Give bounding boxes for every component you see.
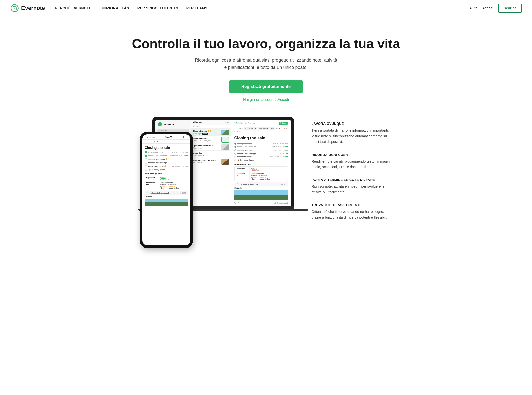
note-editor: Clients ⊙ Only you ⤴ Share ← [231,120,291,206]
redo-icon[interactable]: ↻ [151,140,153,143]
search-icon: 🔍 [158,130,161,132]
phone-note-title: Closing the sale [145,146,188,150]
device-mockup: J Jamie Gold 🔍 Search [140,117,296,253]
phone-outside-image [145,199,188,206]
feature-desc: Riunisci note, attività e impegni per sv… [312,184,392,195]
task-checkbox[interactable] [145,169,147,171]
sidebar-header: J Jamie Gold [157,121,189,127]
note-tab: Clients [234,122,243,124]
already-account-link[interactable]: Hai già un account? Accedi [5,97,527,102]
task-escrow: Open-escrow-account Due May 4, 4:30 PM [234,146,288,148]
phone-table-row-paperwork: Paperwork • Deed • Bill of sale [145,176,188,181]
date-group-label: JUL 2021 [191,125,231,129]
main-demo-section: J Jamie Gold 🔍 Search [89,117,443,273]
download-button[interactable]: Scarica [498,4,522,13]
phone-walk-through-table: Paperwork • Deed • Bill of sale Inspecti… [145,176,188,190]
nav-teams[interactable]: PER TEAMS [186,6,207,10]
phone-mockup: ‹ ■ Clients Yuki T. 👤 ⋯ ✓ ↺ ↻ ≡ ⊕ C [140,132,193,248]
note-item-escrow[interactable]: Open-escrow-account Prepared by [191,143,231,151]
user-avatar: J [158,122,162,126]
task-checkbox[interactable] [145,158,147,160]
hero-subtitle: Ricorda ogni cosa e affronta qualsiasi p… [5,57,527,71]
task-checkbox[interactable] [234,153,236,155]
feature-work-anywhere: LAVORA OVUNQUE Tieni a portata di mano l… [312,122,392,144]
phone-walk-through-label: Walk-through info [145,172,188,175]
hero-section: Controlla il tuo lavoro, organizza la tu… [0,16,532,117]
outside-label: Outside [234,187,288,189]
format-icon[interactable]: ≡ [154,140,155,143]
logo-link[interactable]: Evernote [10,4,45,13]
dot-icon [210,130,211,132]
phone-screen: ‹ ■ Clients Yuki T. 👤 ⋯ ✓ ↺ ↻ ≡ ⊕ C [142,134,190,245]
task-inspection: Schedule-inspection Due May 21, 2:30 PM [234,149,288,151]
status-dot [166,158,167,160]
task-checkbox[interactable] [145,155,147,157]
phone-actions: 👤 ⋯ [182,136,188,138]
note-list-header: All Notes ≡↕⊕ [191,120,231,125]
file-icon: 📄 [236,183,238,185]
phone-task-inspection: Schedule-inspection [145,158,188,160]
note-item-closing-sale[interactable]: Closing the sale 3 days ago · Yuki T. [191,129,231,136]
brand-name: Evernote [21,5,45,11]
feature-find-fast: TROVA TUTTO RAPIDAMENTE Ottieni ciò che … [312,203,392,220]
phone-topbar: ‹ ■ Clients Yuki T. 👤 ⋯ [142,134,190,140]
task-checkbox[interactable] [145,151,147,153]
help-link[interactable]: Aiuto [469,6,477,10]
note-thumbnail [221,159,229,165]
nav-why-evernote[interactable]: PERCHÉ EVERNOTE [55,6,91,10]
phone-outside-label: Outside [145,196,188,198]
status-dot [286,156,288,157]
check-icon[interactable]: ✓ [144,140,146,143]
status-dot [286,146,288,147]
share-icon: ⤴ [280,122,281,124]
task-walkthrough: One last walk-through| 🔔 ⚑ ● ⋯ [234,152,288,155]
feature-desc: Tieni a portata di mano le informazioni … [312,128,392,144]
feature-title: TROVA TUTTO RAPIDAMENTE [312,203,392,207]
note-item-renegotiate[interactable]: Renegotiate-offer Denner, Main Street, M… [191,136,231,143]
phone-toolbar: ✓ ↺ ↻ ≡ ⊕ [142,140,190,144]
login-link[interactable]: Accedi [482,6,493,10]
clients-tab: ■ Clients [147,136,155,138]
note-thumbnail [221,144,229,150]
task-renegotiate: Renegotiate-offer Due Apr 3, 5:30 PM [234,142,288,145]
task-checkbox[interactable] [234,146,236,148]
task-checkbox[interactable] [234,143,236,145]
signup-button[interactable]: Registrati gratuitamente [229,80,303,93]
nav-single-users[interactable]: PER SINGOLI UTENTI ▾ [137,6,178,10]
nav-actions: Aiuto Accedi Scarica [469,4,522,13]
task-checkbox[interactable] [234,156,236,158]
phone-task-finalize: Finalize bill of sale Due Jun 24, 5:30 P… [145,165,188,167]
task-checkbox[interactable] [234,159,236,161]
phone-task-dance: 😃 Do happy dance! [145,169,188,171]
more-options-icon[interactable]: ⋯ [186,136,188,138]
phone-task-renegotiate: Renegotiate offer Due Apr 3, 5:30 PM [145,151,188,153]
note-item-finalize[interactable]: Karin Weis. Repeat Buyer Will Close In..… [191,158,231,165]
section-walk-through: Walk-through info [234,163,288,165]
nav-links: PERCHÉ EVERNOTE FUNZIONALITÀ ▾ PER SINGO… [55,6,469,10]
task-checkbox[interactable] [145,165,147,167]
task-finalize: Finalize bill of sale Due Jun 24, 5:30 P… [234,156,288,158]
flag-icon: ⚑ [282,153,284,155]
nav-features[interactable]: FUNZIONALITÀ ▾ [100,6,129,10]
add-icon[interactable]: ⊕ [157,140,158,143]
phone-note-label: Yuki T. [156,136,181,138]
feature-remember-everything: RICORDA OGNI COSA Rendi le note più util… [312,153,392,170]
more-icon: ⋯ [286,153,288,155]
phone-task-escrow: Open-escrow-account Due May 4, 4:30 PM [145,155,188,157]
note-item-schedule[interactable]: properties Listing Needs ●... [191,151,231,158]
walk-through-table: Paperwork • Deed • Bill of sale Inspecti… [234,166,288,181]
tag-badge: Yuki T. [202,133,208,135]
task-checkbox[interactable] [145,162,147,164]
feature-title: RICORDA OGNI COSA [312,153,392,157]
back-button[interactable]: ‹ [145,136,146,138]
share-button[interactable]: ⤴ Share [279,122,288,125]
phone-file-attachment: 📄 Last round of repairs.pdf 13.2 MB [145,191,188,195]
bell-icon: 🔔 [280,153,282,155]
note-title: Closing the sale [234,136,288,140]
status-dot [186,155,188,156]
user-name: Jamie Gold [163,123,174,126]
undo-icon[interactable]: ↺ [148,140,149,143]
task-checkbox[interactable] [234,149,236,151]
editor-topbar: Clients ⊙ Only you ⤴ Share [234,122,288,126]
table-row-inspection: Inspection list • Recent repairs • Doors… [235,172,288,181]
